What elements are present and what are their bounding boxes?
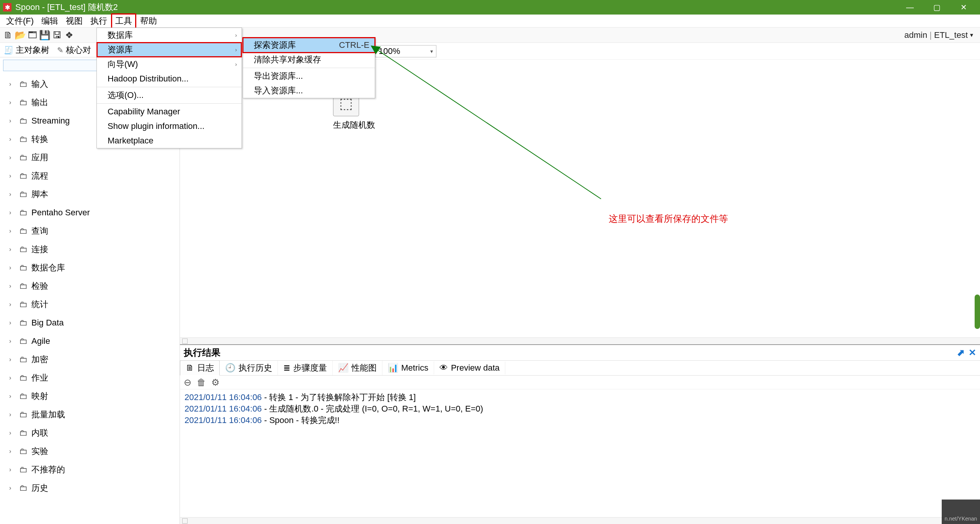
repo-dropdown-caret-icon[interactable]: ▾ bbox=[970, 31, 973, 39]
results-log[interactable]: 2021/01/11 16:04:06 - 转换 1 - 为了转换解除补丁开始 … bbox=[180, 389, 980, 517]
tree-item-label: 统计 bbox=[31, 299, 48, 310]
menu-help[interactable]: 帮助 bbox=[136, 14, 161, 28]
tree-item[interactable]: ›🗀批量加载 bbox=[2, 405, 180, 424]
chevron-right-icon: › bbox=[9, 209, 15, 216]
save-as-icon[interactable]: 🖫 bbox=[51, 29, 63, 41]
folder-icon: 🗀 bbox=[19, 208, 28, 218]
close-button[interactable]: ✕ bbox=[950, 0, 977, 15]
tree-item[interactable]: ›🗀内联 bbox=[2, 424, 180, 442]
menu-edit[interactable]: 编辑 bbox=[38, 14, 62, 28]
tree-item[interactable]: ›🗀应用 bbox=[2, 148, 180, 167]
menu-view[interactable]: 视图 bbox=[62, 14, 87, 28]
main-area: 100% ▾ ⬚ ✓ 生成随机数 这里可以查看所保存的文件等 执行结果 ⬈ ✕ bbox=[180, 43, 980, 524]
zoom-select[interactable]: 100% ▾ bbox=[375, 45, 436, 57]
tree-item[interactable]: ›🗀统计 bbox=[2, 295, 180, 314]
log-timestamp: 2021/01/11 16:04:06 bbox=[185, 415, 262, 425]
tree-item[interactable]: ›🗀历史 bbox=[2, 479, 180, 497]
results-tab-metrics[interactable]: 📊Metrics bbox=[382, 361, 434, 374]
popout-icon[interactable]: ⬈ bbox=[957, 347, 965, 358]
tree-item[interactable]: ›🗀数据仓库 bbox=[2, 259, 180, 277]
perspective-icon[interactable]: ❖ bbox=[64, 29, 75, 41]
log-line: 2021/01/11 16:04:06 - 转换 1 - 为了转换解除补丁开始 … bbox=[185, 392, 975, 403]
results-tab-history[interactable]: 🕘执行历史 bbox=[220, 361, 278, 375]
dropdown-item-explore-repo[interactable]: 探索资源库 CTRL-E bbox=[243, 38, 375, 52]
new-file-icon[interactable]: 🗎 bbox=[2, 29, 14, 41]
tree-item[interactable]: ›🗀脚本 bbox=[2, 185, 180, 203]
results-tab-perf[interactable]: 📈性能图 bbox=[333, 361, 382, 375]
dropdown-item-wizard[interactable]: 向导(W)› bbox=[97, 57, 242, 72]
tree-item[interactable]: ›🗀Big Data bbox=[2, 314, 180, 332]
folder-icon: 🗀 bbox=[19, 226, 28, 236]
chevron-right-icon: › bbox=[9, 81, 15, 88]
tree-item[interactable]: ›🗀Agile bbox=[2, 332, 180, 350]
tree-item[interactable]: ›🗀连接 bbox=[2, 240, 180, 259]
dropdown-item-repository[interactable]: 资源库› bbox=[97, 42, 242, 57]
dropdown-item-hadoop[interactable]: Hadoop Distribution... bbox=[97, 72, 242, 86]
folder-icon: 🗀 bbox=[19, 410, 28, 420]
tree-item[interactable]: ›🗀检验 bbox=[2, 277, 180, 295]
gear-icon[interactable]: ⚙ bbox=[211, 377, 220, 388]
chevron-right-icon: › bbox=[235, 47, 237, 53]
dropdown-item-capability[interactable]: Capability Manager bbox=[97, 104, 242, 119]
menu-run[interactable]: 执行 bbox=[87, 14, 111, 28]
results-tab-preview[interactable]: 👁Preview data bbox=[434, 361, 505, 374]
folder-icon: 🗀 bbox=[19, 373, 28, 383]
eye-icon: 👁 bbox=[439, 363, 448, 373]
dropdown-item-marketplace[interactable]: Marketplace bbox=[97, 133, 242, 148]
tree-item[interactable]: ›🗀查询 bbox=[2, 222, 180, 240]
titlebar: ✱ Spoon - [ETL_test] 随机数2 ― ▢ ✕ bbox=[0, 0, 980, 15]
tree-item[interactable]: ›🗀Pentaho Server bbox=[2, 203, 180, 222]
canvas[interactable]: ⬚ ✓ 生成随机数 这里可以查看所保存的文件等 bbox=[180, 60, 980, 344]
stop-icon[interactable]: ⊖ bbox=[184, 377, 191, 388]
results-log-toolbar: ⊖ 🗑 ⚙ bbox=[180, 376, 980, 389]
tree-item[interactable]: ›🗀实验 bbox=[2, 442, 180, 461]
dropdown-item-import-repo[interactable]: 导入资源库... bbox=[243, 83, 375, 98]
menu-file[interactable]: 文件(F) bbox=[2, 14, 38, 28]
canvas-scrollbar-horizontal[interactable] bbox=[180, 337, 980, 344]
tree-item[interactable]: ›🗀不推荐的 bbox=[2, 461, 180, 479]
results-tab-steps[interactable]: ≣步骤度量 bbox=[278, 361, 333, 375]
sidebar-tab-core[interactable]: ✎ 核心对 bbox=[53, 42, 95, 58]
dropdown-item-shortcut: CTRL-E bbox=[339, 40, 369, 50]
dropdown-item-export-repo[interactable]: 导出资源库... bbox=[243, 69, 375, 83]
annotation-text: 这里可以查看所保存的文件等 bbox=[609, 213, 728, 225]
clock-icon: 🕘 bbox=[225, 363, 235, 373]
dropdown-item-label: 数据库 bbox=[108, 29, 133, 41]
chevron-right-icon: › bbox=[9, 154, 15, 161]
tree-item[interactable]: ›🗀加密 bbox=[2, 350, 180, 369]
chevron-right-icon: › bbox=[235, 32, 237, 38]
tree-item-label: 历史 bbox=[31, 482, 48, 494]
separator: | bbox=[929, 30, 932, 40]
trash-icon[interactable]: 🗑 bbox=[197, 377, 206, 388]
menu-tools[interactable]: 工具 bbox=[111, 13, 136, 29]
folder-icon: 🗀 bbox=[19, 281, 28, 291]
results-tab-log[interactable]: 🗎日志 bbox=[180, 360, 220, 376]
tree-item-label: 查询 bbox=[31, 225, 48, 237]
dropdown-item-options[interactable]: 选项(O)... bbox=[97, 88, 242, 103]
dropdown-item-database[interactable]: 数据库› bbox=[97, 28, 242, 42]
dropdown-item-clear-cache[interactable]: 清除共享对象缓存 bbox=[243, 52, 375, 67]
log-line: 2021/01/11 16:04:06 - Spoon - 转换完成!! bbox=[185, 415, 975, 426]
chevron-right-icon: › bbox=[9, 466, 15, 473]
close-icon[interactable]: ✕ bbox=[969, 347, 976, 358]
folder-icon: 🗀 bbox=[19, 465, 28, 475]
results-scrollbar-horizontal[interactable] bbox=[180, 517, 980, 524]
sidebar-tab-main-tree[interactable]: 🧾 主对象树 bbox=[0, 42, 53, 58]
chevron-right-icon: › bbox=[9, 319, 15, 326]
tools-dropdown: 数据库› 资源库› 向导(W)› Hadoop Distribution... … bbox=[96, 28, 242, 148]
dropdown-item-plugin-info[interactable]: Show plugin information... bbox=[97, 119, 242, 133]
results-tab-label: Metrics bbox=[401, 363, 428, 373]
chevron-right-icon: › bbox=[9, 191, 15, 198]
minimize-button[interactable]: ― bbox=[897, 0, 923, 15]
tree-item[interactable]: ›🗀流程 bbox=[2, 167, 180, 185]
explore-icon[interactable]: 🗔 bbox=[27, 29, 38, 41]
maximize-button[interactable]: ▢ bbox=[923, 0, 950, 15]
watermark-text: n.net/YKenan bbox=[945, 516, 977, 522]
open-file-icon[interactable]: 📂 bbox=[15, 29, 26, 41]
tree-item[interactable]: ›🗀作业 bbox=[2, 369, 180, 387]
window-scrollbar-vertical[interactable] bbox=[975, 295, 980, 329]
folder-icon: 🗀 bbox=[19, 189, 28, 199]
tree-item[interactable]: ›🗀映射 bbox=[2, 387, 180, 405]
current-repo-label[interactable]: ETL_test bbox=[934, 30, 968, 40]
save-icon[interactable]: 💾 bbox=[39, 29, 51, 41]
